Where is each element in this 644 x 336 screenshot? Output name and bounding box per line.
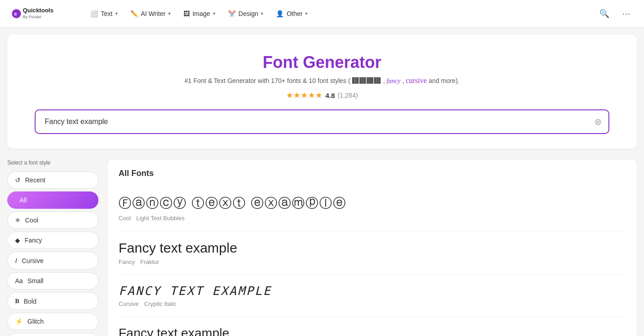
hero-section: Font Generator #1 Font & Text Generator … (7, 35, 637, 149)
fonts-panel: All Fonts Ⓕⓐⓝⓒⓨ ⓣⓔⓧⓣ ⓔⓧⓐⓜⓟⓛⓔ CoolLight T… (108, 160, 637, 336)
logo[interactable]: Quicktools By Picsart e (11, 5, 70, 22)
hero-fancy-text: fancy (387, 78, 400, 84)
sidebar-icon-small: Aa (15, 277, 23, 284)
hero-bold-dots: 🅱🅾🅻🅳 (352, 77, 381, 84)
sidebar-item-label-recent: Recent (25, 176, 45, 184)
search-box: ⊗ (35, 109, 609, 134)
svg-text:e: e (14, 11, 17, 16)
chevron-down-icon-2: ▾ (168, 11, 171, 16)
sidebar-item-bold[interactable]: 𝐁 Bold (7, 292, 99, 310)
search-input[interactable] (35, 109, 609, 134)
hero-title: Font Generator (18, 53, 626, 72)
nav-item-ai-writer[interactable]: ✏️ AI Writer ▾ (125, 6, 176, 21)
font-result-cryptic-italic[interactable]: FANCY TEXT EXAMPLE CursiveCryptic Italic (119, 275, 626, 317)
sidebar-item-all[interactable]: All (7, 191, 99, 209)
sidebar-icon-cursive: 𝐼 (15, 257, 17, 264)
sidebar-item-cursive[interactable]: 𝐼 Cursive (7, 252, 99, 269)
nav-text-label: Text (101, 10, 113, 17)
sidebar-item-fancy[interactable]: ◆ Fancy (7, 232, 99, 249)
font-result-math-sans[interactable]: Fancy text example SmallMath Sans (119, 317, 626, 336)
sidebar-item-label-glitch: Glitch (27, 318, 44, 325)
sidebar-item-label-cool: Cool (25, 217, 38, 224)
font-meta-fraktur: FancyFraktur (119, 258, 626, 265)
sidebar-item-glitch[interactable]: ⚡ Glitch (7, 313, 99, 330)
sidebar-icon-recent: ↺ (15, 176, 21, 184)
nav-design-label: Design (239, 10, 259, 17)
nav-ai-writer-label: AI Writer (141, 10, 166, 17)
sidebar-icon-cool: ✳ (15, 217, 21, 224)
sidebar-label: Select a font style (7, 160, 99, 166)
hero-sub-comma2: , (402, 77, 406, 84)
rating-score: 4.8 (325, 92, 335, 99)
sidebar-item-label-fancy: Fancy (25, 237, 42, 244)
font-tag: Fraktur (140, 258, 159, 265)
font-result-light-text-bubbles[interactable]: Ⓕⓐⓝⓒⓨ ⓣⓔⓧⓣ ⓔⓧⓐⓜⓟⓛⓔ CoolLight Text Bubble… (119, 186, 626, 231)
font-results: Ⓕⓐⓝⓒⓨ ⓣⓔⓧⓣ ⓔⓧⓐⓜⓟⓛⓔ CoolLight Text Bubble… (119, 186, 626, 336)
hero-sub-comma: , (383, 77, 387, 84)
sidebar-icon-glitch: ⚡ (15, 318, 23, 325)
nav-item-other[interactable]: 👤 Other ▾ (270, 6, 313, 21)
chevron-down-icon-3: ▾ (213, 11, 215, 16)
design-icon: ✂️ (228, 10, 236, 17)
hero-sub-end: and more). (429, 77, 460, 84)
hero-subtitle: #1 Font & Text Generator with 170+ fonts… (18, 77, 626, 85)
font-tag: Cool (119, 215, 131, 222)
sidebar-item-label-cursive: Cursive (22, 257, 43, 264)
ai-writer-icon: ✏️ (130, 10, 138, 17)
nav-items: ⬜ Text ▾ ✏️ AI Writer ▾ 🖼 Image ▾ ✂️ Des… (85, 6, 597, 21)
search-button[interactable]: 🔍 (597, 6, 612, 21)
sidebar-items: ↺ Recent All ✳ Cool ◆ Fancy 𝐼 Cursive Aa… (7, 171, 99, 336)
sidebar-icon-fancy: ◆ (15, 237, 20, 244)
nav-item-text[interactable]: ⬜ Text ▾ (85, 6, 123, 21)
nav-image-label: Image (192, 10, 210, 17)
fonts-panel-title: All Fonts (119, 169, 626, 178)
sidebar-item-small[interactable]: Aa Small (7, 272, 99, 289)
nav-item-image[interactable]: 🖼 Image ▾ (178, 6, 221, 21)
svg-text:By Picsart: By Picsart (23, 15, 42, 19)
sidebar-item-cool[interactable]: ✳ Cool (7, 212, 99, 229)
rating-count: (1,284) (338, 92, 358, 99)
sidebar-icon-bold: 𝐁 (15, 297, 19, 305)
nav-item-design[interactable]: ✂️ Design ▾ (223, 6, 269, 21)
rating-stars: ★★★★★ (286, 90, 322, 100)
close-icon: ⊗ (594, 116, 602, 127)
sidebar-item-label-all: All (20, 196, 27, 204)
search-clear-button[interactable]: ⊗ (594, 116, 602, 127)
font-result-fraktur[interactable]: Fancy text example FancyFraktur (119, 231, 626, 275)
hero-cursive-text: cursive (406, 77, 427, 84)
sidebar-item-label-small: Small (27, 277, 43, 284)
navbar-actions: 🔍 ⋯ (597, 6, 633, 21)
font-preview-cryptic-italic: FANCY TEXT EXAMPLE (119, 284, 626, 298)
font-meta-light-text-bubbles: CoolLight Text Bubbles (119, 215, 626, 222)
text-icon: ⬜ (90, 10, 98, 17)
font-preview-fraktur: Fancy text example (119, 240, 626, 256)
font-meta-cryptic-italic: CursiveCryptic Italic (119, 300, 626, 307)
image-icon: 🖼 (183, 10, 190, 17)
rating-row: ★★★★★ 4.8 (1,284) (18, 90, 626, 100)
hero-sub-text: #1 Font & Text Generator with 170+ fonts… (185, 77, 351, 84)
chevron-down-icon: ▾ (115, 11, 118, 16)
sidebar-item-recent[interactable]: ↺ Recent (7, 171, 99, 189)
svg-text:Quicktools: Quicktools (23, 7, 53, 14)
font-tag: Cryptic Italic (144, 300, 177, 307)
nav-other-label: Other (286, 10, 302, 17)
font-tag: Cursive (119, 300, 139, 307)
other-icon: 👤 (276, 10, 284, 17)
font-preview-math-sans: Fancy text example (119, 326, 626, 336)
chevron-down-icon-5: ▾ (305, 11, 307, 16)
font-tag: Light Text Bubbles (136, 215, 185, 222)
share-button[interactable]: ⋯ (619, 6, 633, 21)
sidebar-item-label-bold: Bold (24, 298, 36, 305)
chevron-down-icon-4: ▾ (261, 11, 263, 16)
sidebar-item-letter-cases[interactable]: Aᵃ Letter cases (7, 333, 99, 336)
navbar: Quicktools By Picsart e ⬜ Text ▾ ✏️ AI W… (0, 0, 644, 27)
font-preview-light-text-bubbles: Ⓕⓐⓝⓒⓨ ⓣⓔⓧⓣ ⓔⓧⓐⓜⓟⓛⓔ (119, 195, 626, 212)
sidebar: Select a font style ↺ Recent All ✳ Cool … (7, 160, 99, 336)
main-layout: Select a font style ↺ Recent All ✳ Cool … (7, 160, 637, 336)
font-tag: Fancy (119, 258, 135, 265)
